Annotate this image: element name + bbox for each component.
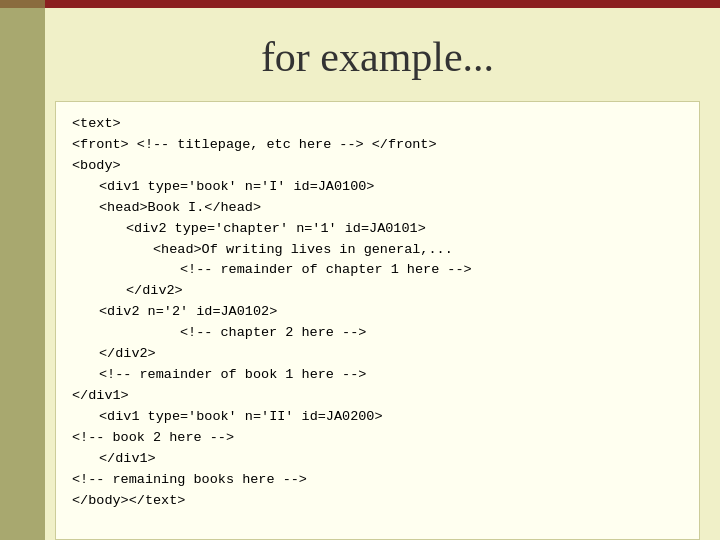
code-line-18: <!-- remaining books here --> [72, 470, 683, 491]
left-bar [0, 0, 45, 540]
code-line-15: <div1 type='book' n='II' id=JA0200> [72, 407, 683, 428]
top-bar [0, 0, 720, 8]
code-line-13: <!-- remainder of book 1 here --> [72, 365, 683, 386]
slide: for example... <text> <front> <!-- title… [0, 0, 720, 540]
code-line-2: <front> <!-- titlepage, etc here --> </f… [72, 135, 683, 156]
content-area: for example... <text> <front> <!-- title… [0, 8, 720, 540]
slide-title: for example... [55, 18, 700, 101]
code-line-9: </div2> [72, 281, 683, 302]
code-line-10: <div2 n='2' id=JA0102> [72, 302, 683, 323]
code-line-14: </div1> [72, 386, 683, 407]
code-box: <text> <front> <!-- titlepage, etc here … [55, 101, 700, 540]
code-line-6: <div2 type='chapter' n='1' id=JA0101> [72, 219, 683, 240]
code-line-1: <text> [72, 114, 683, 135]
code-line-17: </div1> [72, 449, 683, 470]
code-line-8: <!-- remainder of chapter 1 here --> [72, 260, 683, 281]
code-line-12: </div2> [72, 344, 683, 365]
code-line-5: <head>Book I.</head> [72, 198, 683, 219]
code-line-11: <!-- chapter 2 here --> [72, 323, 683, 344]
code-line-7: <head>Of writing lives in general,... [72, 240, 683, 261]
code-line-4: <div1 type='book' n='I' id=JA0100> [72, 177, 683, 198]
code-line-16: <!-- book 2 here --> [72, 428, 683, 449]
code-line-19: </body></text> [72, 491, 683, 512]
code-line-3: <body> [72, 156, 683, 177]
